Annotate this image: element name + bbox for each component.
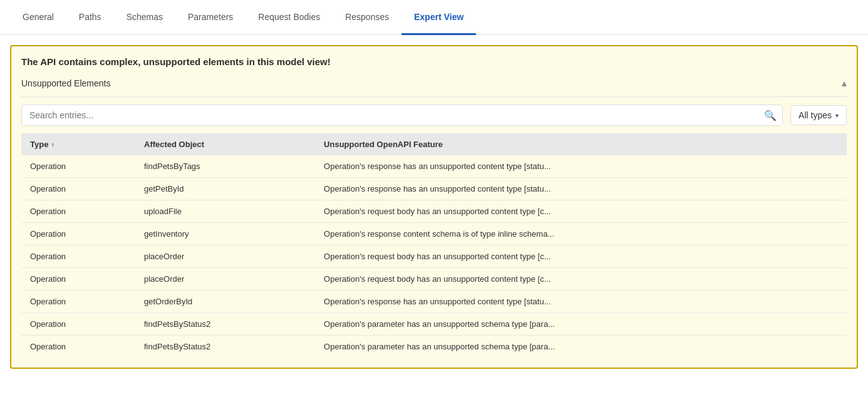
table-row: OperationplaceOrderOperation's request b… xyxy=(21,245,847,268)
col-header-type[interactable]: Type↑ xyxy=(21,133,135,155)
unsupported-elements-table: Type↑Affected ObjectUnsupported OpenAPI … xyxy=(21,133,847,358)
cell-unsupported-feature: Operation's response has an unsupported … xyxy=(315,291,847,313)
nav-item-expert-view[interactable]: Expert View xyxy=(401,1,476,35)
chevron-down-icon: ▾ xyxy=(835,112,839,119)
cell-type: Operation xyxy=(21,200,135,223)
search-row: 🔍 All types ▾ xyxy=(21,105,847,126)
cell-type: Operation xyxy=(21,223,135,245)
cell-unsupported-feature: Operation's response has an unsupported … xyxy=(315,178,847,200)
warning-title: The API contains complex, unsupported el… xyxy=(21,56,847,67)
col-header-affected: Affected Object xyxy=(135,133,315,155)
panel-title: Unsupported Elements xyxy=(21,78,110,88)
search-input[interactable] xyxy=(21,105,783,126)
warning-box: The API contains complex, unsupported el… xyxy=(10,45,858,369)
nav-item-responses[interactable]: Responses xyxy=(333,1,401,35)
nav-item-parameters[interactable]: Parameters xyxy=(175,1,245,35)
cell-affected-object: getOrderById xyxy=(135,291,315,313)
search-wrapper: 🔍 xyxy=(21,105,783,126)
nav-item-request-bodies[interactable]: Request Bodies xyxy=(245,1,333,35)
table-row: OperationgetInventoryOperation's respons… xyxy=(21,223,847,245)
cell-unsupported-feature: Operation's request body has an unsuppor… xyxy=(315,268,847,291)
table-header-row: Type↑Affected ObjectUnsupported OpenAPI … xyxy=(21,133,847,155)
main-content: The API contains complex, unsupported el… xyxy=(0,35,868,379)
cell-affected-object: getPetById xyxy=(135,178,315,200)
cell-affected-object: uploadFile xyxy=(135,200,315,223)
table-row: OperationuploadFileOperation's request b… xyxy=(21,200,847,223)
collapse-icon[interactable]: ▴ xyxy=(842,77,847,89)
cell-affected-object: placeOrder xyxy=(135,245,315,268)
cell-type: Operation xyxy=(21,268,135,291)
table-row: OperationfindPetsByStatus2Operation's pa… xyxy=(21,336,847,358)
cell-type: Operation xyxy=(21,336,135,358)
cell-affected-object: getInventory xyxy=(135,223,315,245)
type-dropdown[interactable]: All types ▾ xyxy=(790,105,847,125)
table-row: OperationplaceOrderOperation's request b… xyxy=(21,268,847,291)
cell-affected-object: findPetsByStatus2 xyxy=(135,313,315,336)
cell-unsupported-feature: Operation's response content schema is o… xyxy=(315,223,847,245)
cell-type: Operation xyxy=(21,313,135,336)
cell-unsupported-feature: Operation's parameter has an unsupported… xyxy=(315,313,847,336)
cell-type: Operation xyxy=(21,155,135,178)
table-row: OperationfindPetsByStatus2Operation's pa… xyxy=(21,313,847,336)
cell-unsupported-feature: Operation's request body has an unsuppor… xyxy=(315,245,847,268)
search-icon: 🔍 xyxy=(764,110,777,121)
table-row: OperationfindPetsByTagsOperation's respo… xyxy=(21,155,847,178)
nav-item-paths[interactable]: Paths xyxy=(66,1,114,35)
cell-affected-object: placeOrder xyxy=(135,268,315,291)
table-body: OperationfindPetsByTagsOperation's respo… xyxy=(21,155,847,358)
table-header: Type↑Affected ObjectUnsupported OpenAPI … xyxy=(21,133,847,155)
cell-unsupported-feature: Operation's response has an unsupported … xyxy=(315,155,847,178)
cell-affected-object: findPetsByTags xyxy=(135,155,315,178)
cell-type: Operation xyxy=(21,245,135,268)
cell-unsupported-feature: Operation's parameter has an unsupported… xyxy=(315,336,847,358)
cell-affected-object: findPetsByStatus2 xyxy=(135,336,315,358)
table-row: OperationgetOrderByIdOperation's respons… xyxy=(21,291,847,313)
type-dropdown-label: All types xyxy=(798,110,832,120)
nav-item-general[interactable]: General xyxy=(10,1,66,35)
cell-unsupported-feature: Operation's request body has an unsuppor… xyxy=(315,200,847,223)
sort-icon-type: ↑ xyxy=(51,141,54,148)
table-row: OperationgetPetByIdOperation's response … xyxy=(21,178,847,200)
top-nav: GeneralPathsSchemasParametersRequest Bod… xyxy=(0,0,868,35)
panel-header: Unsupported Elements ▴ xyxy=(21,77,847,97)
col-header-feature: Unsupported OpenAPI Feature xyxy=(315,133,847,155)
cell-type: Operation xyxy=(21,291,135,313)
nav-item-schemas[interactable]: Schemas xyxy=(114,1,175,35)
cell-type: Operation xyxy=(21,178,135,200)
